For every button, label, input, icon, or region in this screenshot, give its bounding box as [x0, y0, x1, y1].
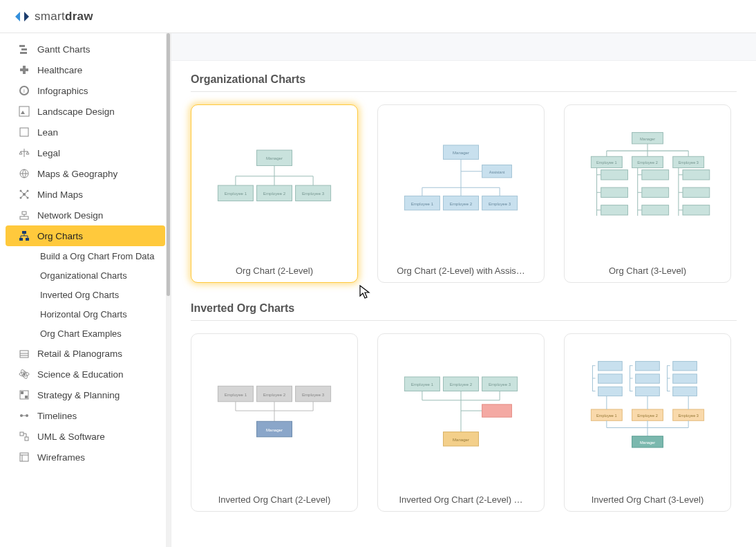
svg-rect-65 [683, 187, 710, 197]
svg-text:Employee 2: Employee 2 [263, 392, 286, 397]
sidebar-item-network-design[interactable]: Network Design [6, 205, 165, 225]
svg-text:Employee 3: Employee 3 [302, 392, 325, 397]
sidebar-subitem-inverted-org-charts[interactable]: Inverted Org Charts [0, 285, 171, 304]
svg-rect-81 [482, 405, 512, 417]
mindmap-icon [18, 188, 30, 201]
sidebar-item-maps-geography[interactable]: Maps & Geography [6, 163, 165, 184]
sidebar-subitem-build-from-data[interactable]: Build a Org Chart From Data [0, 246, 171, 266]
template-thumbnail: Employee 1 Employee 2 Employee 3 Manager [378, 334, 544, 488]
sidebar-subitem-org-chart-examples[interactable]: Org Chart Examples [0, 324, 171, 343]
svg-text:Employee 1: Employee 1 [596, 161, 617, 165]
gantt-icon [18, 43, 30, 55]
template-card-inverted-2level[interactable]: Employee 1 Employee 2 Employee 3 Manager… [191, 333, 358, 512]
wireframe-icon [18, 451, 30, 463]
svg-text:Employee 2: Employee 2 [637, 161, 658, 165]
sidebar-item-gantt-charts[interactable]: Gantt Charts [6, 39, 165, 59]
svg-rect-88 [636, 374, 660, 383]
app-logo[interactable]: smartdraw [14, 8, 93, 25]
sidebar-scrollbar-thumb[interactable] [167, 33, 170, 296]
template-card-org-3level[interactable]: Manager Employee 1 Employee 2 Employee 3 [564, 104, 731, 283]
sidebar-item-wireframes[interactable]: Wireframes [6, 447, 165, 467]
template-thumbnail: Manager Employee 1 Employee 2 Employee 3 [191, 105, 357, 259]
svg-text:Employee 3: Employee 3 [678, 414, 699, 418]
sidebar-item-timelines[interactable]: Timelines [6, 405, 165, 426]
svg-text:Manager: Manager [453, 150, 469, 155]
svg-text:i: i [23, 88, 25, 94]
svg-text:Employee 1: Employee 1 [596, 414, 617, 418]
sidebar-item-org-charts[interactable]: Org Charts [6, 225, 165, 246]
sidebar-item-science-education[interactable]: Science & Education [6, 364, 165, 384]
svg-rect-4 [20, 68, 28, 71]
svg-text:Employee 3: Employee 3 [489, 201, 511, 206]
svg-text:Employee 1: Employee 1 [411, 201, 434, 206]
sidebar-item-label: Mind Maps [37, 189, 83, 200]
sidebar-item-infographics[interactable]: i Infographics [6, 80, 165, 101]
svg-rect-62 [642, 187, 669, 197]
template-thumbnail: Manager Assistant Employee 1 Employee 2 … [378, 105, 544, 259]
svg-rect-86 [598, 387, 623, 396]
svg-rect-8 [20, 128, 28, 136]
svg-text:Manager: Manager [266, 427, 283, 432]
lean-icon [18, 126, 30, 138]
template-card-inverted-2level-assist[interactable]: Employee 1 Employee 2 Employee 3 Manager… [377, 333, 545, 512]
sidebar-item-label: Science & Education [37, 369, 124, 380]
sidebar-scrollbar[interactable] [166, 33, 171, 547]
sidebar-item-label: UML & Software [37, 432, 105, 442]
sidebar-item-label: Network Design [37, 210, 103, 221]
globe-icon [18, 167, 30, 180]
sidebar-item-uml-software[interactable]: UML & Software [6, 426, 165, 447]
svg-text:Employee 2: Employee 2 [450, 201, 473, 206]
svg-rect-61 [642, 170, 669, 180]
section-organizational-charts: Organizational Charts Manager Employee 1… [171, 61, 756, 290]
svg-text:Employee 1: Employee 1 [225, 392, 247, 397]
svg-rect-15 [20, 216, 28, 219]
svg-text:Manager: Manager [453, 437, 469, 442]
sidebar-item-strategy-planning[interactable]: Strategy & Planning [6, 384, 165, 405]
sidebar-item-lean[interactable]: Lean [6, 122, 165, 142]
sidebar-item-label: Lean [37, 127, 58, 138]
app-header: smartdraw [0, 0, 756, 33]
svg-text:Employee 1: Employee 1 [411, 382, 434, 387]
template-thumbnail: Employee 1 Employee 2 Employee 3 Manager [565, 334, 730, 488]
svg-rect-1 [21, 48, 27, 50]
legal-icon [18, 147, 30, 159]
svg-text:Manager: Manager [640, 441, 655, 445]
svg-rect-20 [20, 351, 28, 358]
svg-rect-7 [19, 106, 29, 116]
svg-rect-25 [21, 391, 23, 394]
svg-rect-89 [636, 387, 660, 396]
svg-rect-30 [25, 437, 28, 441]
network-icon [18, 209, 30, 221]
svg-rect-84 [598, 362, 623, 371]
svg-rect-19 [26, 238, 29, 241]
sidebar-item-landscape-design[interactable]: Landscape Design [6, 101, 165, 122]
svg-text:Manager: Manager [640, 137, 655, 141]
orgchart-icon [18, 230, 30, 242]
svg-rect-66 [683, 205, 710, 215]
sidebar-item-mind-maps[interactable]: Mind Maps [6, 184, 165, 205]
svg-rect-0 [19, 45, 25, 47]
svg-rect-92 [673, 387, 697, 396]
svg-rect-59 [601, 187, 628, 197]
category-sidebar: Gantt Charts Healthcare i Infographics L… [0, 33, 171, 547]
template-card-inverted-3level[interactable]: Employee 1 Employee 2 Employee 3 Manager… [564, 333, 731, 512]
sidebar-item-legal[interactable]: Legal [6, 142, 165, 163]
template-card-org-2level[interactable]: Manager Employee 1 Employee 2 Employee 3… [191, 104, 358, 283]
svg-rect-18 [19, 238, 23, 241]
svg-rect-29 [20, 432, 23, 436]
svg-rect-26 [25, 396, 28, 398]
sidebar-item-retail-planograms[interactable]: Retail & Planograms [6, 343, 165, 364]
uml-icon [18, 430, 30, 443]
svg-text:Employee 2: Employee 2 [450, 382, 473, 387]
svg-rect-91 [673, 374, 697, 383]
svg-text:Manager: Manager [266, 156, 283, 160]
sidebar-item-label: Strategy & Planning [37, 390, 120, 400]
sidebar-item-healthcare[interactable]: Healthcare [6, 59, 165, 80]
timeline-icon [18, 409, 30, 422]
template-gallery: Organizational Charts Manager Employee 1… [171, 33, 756, 547]
template-card-org-2level-assist[interactable]: Manager Assistant Employee 1 Employee 2 … [377, 104, 545, 283]
svg-rect-60 [601, 205, 628, 215]
sidebar-subitem-horizontal-org-charts[interactable]: Horizontal Org Charts [0, 304, 171, 324]
template-label: Org Chart (2-Level) with Assis… [378, 259, 544, 282]
sidebar-subitem-organizational-charts[interactable]: Organizational Charts [0, 266, 171, 285]
